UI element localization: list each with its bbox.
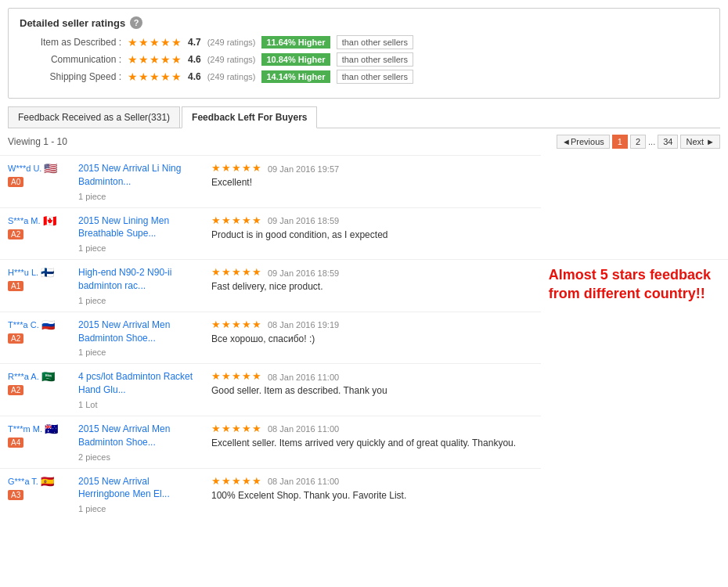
star-icon: ★ xyxy=(139,70,149,83)
review-date: 08 Jan 2016 11:00 xyxy=(268,373,339,382)
review-star-icon: ★ xyxy=(242,475,251,487)
review-star-icon: ★ xyxy=(242,162,251,174)
review-star-icon: ★ xyxy=(222,162,231,174)
flag-icon: 🇦🇺 xyxy=(45,423,58,435)
product-cell: High-end N90-2 N90-ii badminton rac... 1… xyxy=(70,260,204,312)
product-cell: 4 pcs/lot Badminton Racket Hand Glu... 1… xyxy=(70,364,204,416)
rating-value: 4.7 xyxy=(188,37,201,48)
star-icon: ★ xyxy=(139,53,149,66)
username[interactable]: W***d U. xyxy=(8,164,41,173)
flag-icon: 🇪🇸 xyxy=(41,475,54,488)
tab-0[interactable]: Feedback Received as a Seller(331) xyxy=(8,106,180,128)
review-text: 100% Excelent Shop. Thank you. Favorite … xyxy=(211,490,533,501)
review-star-icon: ★ xyxy=(211,423,221,434)
flag-icon: 🇷🇺 xyxy=(41,319,55,331)
user-cell: G***a T. 🇪🇸 A3 xyxy=(0,468,70,520)
product-qty: 1 piece xyxy=(78,192,196,201)
username[interactable]: S***a M. xyxy=(8,216,41,225)
product-qty: 2 pieces xyxy=(78,452,196,462)
review-star-icon: ★ xyxy=(242,423,251,434)
username[interactable]: T***m M. xyxy=(8,424,42,434)
feedback-table: W***d U. 🇺🇸 A0 2015 New Arrival Li Ning … xyxy=(0,155,728,520)
review-stars: ★★★★★ xyxy=(211,319,261,330)
review-star-icon: ★ xyxy=(232,370,241,382)
star-icon: ★ xyxy=(171,53,182,66)
product-cell: 2015 New Arrival Men Badminton Shoe... 1… xyxy=(70,312,204,364)
than-other: than other sellers xyxy=(337,35,413,49)
rating-label: Shipping Speed : xyxy=(20,71,121,82)
review-star-icon: ★ xyxy=(222,319,231,330)
review-stars: ★★★★★ xyxy=(211,475,261,487)
pagination-next[interactable]: Next ► xyxy=(680,135,720,149)
star-icon: ★ xyxy=(160,36,171,49)
review-star-icon: ★ xyxy=(232,475,241,487)
review-star-icon: ★ xyxy=(222,214,231,226)
review-star-icon: ★ xyxy=(211,370,221,382)
rating-row: Communication : ★★★★★ 4.6 (249 ratings) … xyxy=(20,52,708,67)
review-text: Fast delivery, nice product. xyxy=(211,281,533,292)
star-icon: ★ xyxy=(128,53,138,66)
product-link[interactable]: 4 pcs/lot Badminton Racket Hand Glu... xyxy=(78,370,196,397)
review-star-icon: ★ xyxy=(252,475,261,487)
higher-badge: 14.14% Higher xyxy=(261,70,330,83)
pagination-page-1[interactable]: 1 xyxy=(612,135,628,149)
product-link[interactable]: 2015 New Arrival Men Badminton Shoe... xyxy=(78,319,196,345)
rating-value: 4.6 xyxy=(188,54,201,65)
review-star-icon: ★ xyxy=(252,370,261,382)
product-link[interactable]: 2015 New Lining Men Breathable Supe... xyxy=(78,214,196,241)
product-link[interactable]: 2015 New Arrival Li Ning Badminton... xyxy=(78,162,196,189)
username[interactable]: H***u L. xyxy=(8,268,38,277)
review-star-icon: ★ xyxy=(252,162,261,174)
star-icon: ★ xyxy=(128,36,138,49)
star-icon: ★ xyxy=(160,70,171,83)
user-badge: A2 xyxy=(8,333,23,344)
username[interactable]: T***a C. xyxy=(8,320,39,330)
pagination-page-2[interactable]: 2 xyxy=(630,135,646,149)
username[interactable]: G***a T. xyxy=(8,477,38,486)
user-badge: A3 xyxy=(8,490,23,500)
review-star-icon: ★ xyxy=(252,319,261,330)
username[interactable]: R***a A. xyxy=(8,372,39,381)
user-badge: A4 xyxy=(8,438,23,448)
product-link[interactable]: High-end N90-2 N90-ii badminton rac... xyxy=(78,266,196,293)
than-other: than other sellers xyxy=(337,70,413,84)
review-stars: ★★★★★ xyxy=(211,370,261,382)
ratings-box: Detailed seller ratings ? Item as Descri… xyxy=(8,8,720,99)
flag-icon: 🇨🇦 xyxy=(43,214,56,227)
pagination-prev[interactable]: ◄Previous xyxy=(557,135,610,149)
review-star-icon: ★ xyxy=(252,423,261,434)
stars: ★★★★★ xyxy=(128,53,182,66)
product-link[interactable]: 2015 New Arrival Herringbone Men El... xyxy=(78,475,196,502)
review-star-icon: ★ xyxy=(242,319,251,330)
user-badge: A2 xyxy=(8,385,23,395)
review-cell: ★★★★★ 09 Jan 2016 19:57 Excellent! xyxy=(204,156,541,208)
rating-label: Communication : xyxy=(20,54,121,65)
table-row: W***d U. 🇺🇸 A0 2015 New Arrival Li Ning … xyxy=(0,156,728,208)
review-cell: ★★★★★ 09 Jan 2016 18:59 Fast delivery, n… xyxy=(204,260,541,312)
review-cell: ★★★★★ 08 Jan 2016 11:00 100% Excelent Sh… xyxy=(204,468,541,520)
product-cell: 2015 New Arrival Herringbone Men El... 1… xyxy=(70,468,204,520)
review-date: 08 Jan 2016 11:00 xyxy=(268,424,339,434)
review-star-icon: ★ xyxy=(242,214,251,226)
product-cell: 2015 New Arrival Men Badminton Shoe... 2… xyxy=(70,416,204,468)
flag-icon: 🇺🇸 xyxy=(44,162,57,175)
review-stars: ★★★★★ xyxy=(211,162,261,174)
table-row: G***a T. 🇪🇸 A3 2015 New Arrival Herringb… xyxy=(0,468,728,520)
annotation-text: Almost 5 stars feedbackfrom different co… xyxy=(541,260,728,364)
help-icon[interactable]: ? xyxy=(130,16,142,29)
review-star-icon: ★ xyxy=(232,266,241,278)
product-qty: 1 piece xyxy=(78,348,196,357)
viewing-row: Viewing 1 - 10 ◄Previous12...34Next ► xyxy=(0,128,728,155)
pagination-page-34[interactable]: 34 xyxy=(658,135,678,149)
product-cell: 2015 New Arrival Li Ning Badminton... 1 … xyxy=(70,156,204,208)
review-date: 09 Jan 2016 18:59 xyxy=(268,268,339,278)
review-star-icon: ★ xyxy=(252,266,261,278)
rating-count: (249 ratings) xyxy=(207,72,256,81)
user-cell: T***a C. 🇷🇺 A2 xyxy=(0,312,70,364)
rating-count: (249 ratings) xyxy=(207,38,256,47)
product-link[interactable]: 2015 New Arrival Men Badminton Shoe... xyxy=(78,423,196,449)
review-stars: ★★★★★ xyxy=(211,266,261,278)
star-icon: ★ xyxy=(139,36,149,49)
tab-1[interactable]: Feedback Left For Buyers xyxy=(182,106,317,128)
star-icon: ★ xyxy=(160,53,171,66)
